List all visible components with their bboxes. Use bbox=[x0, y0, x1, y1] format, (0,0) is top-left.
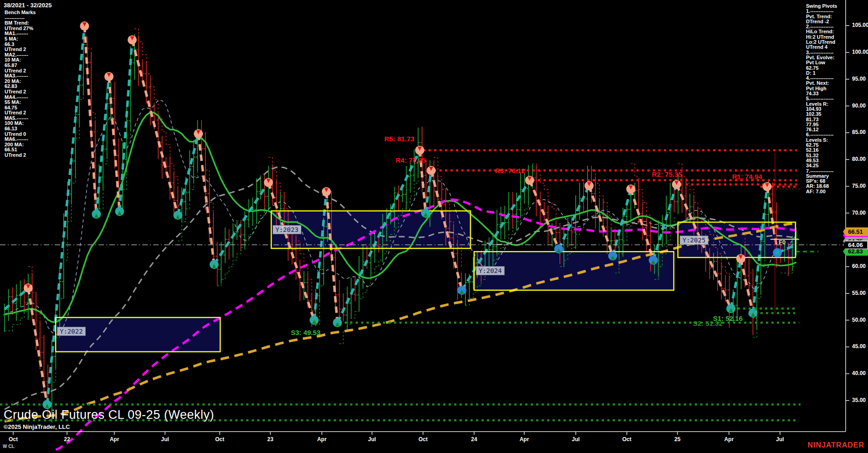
resistance-label: R3: 76.12 bbox=[495, 167, 525, 175]
time-axis-label: Apr bbox=[724, 436, 734, 443]
time-axis-label: Apr bbox=[317, 436, 327, 443]
resistance-label: R5: 81.73 bbox=[384, 135, 414, 143]
year-box-label: Y:2024 bbox=[476, 266, 505, 275]
panel-line: 66.13 bbox=[5, 126, 36, 132]
price-axis-label: 90.00 bbox=[852, 103, 866, 109]
trail-stop-down bbox=[134, 29, 178, 190]
moving-average-55 bbox=[5, 167, 796, 410]
panel-line: UTrend 2 bbox=[5, 89, 36, 95]
swing-leg-down bbox=[530, 180, 559, 249]
time-axis-label: Jul bbox=[161, 436, 169, 443]
panel-line: 1.-------------- bbox=[806, 9, 837, 14]
panel-line: 5 MA: bbox=[5, 36, 36, 42]
chart-title: Crude Oil Futures CL 09-25 (Weekly) bbox=[4, 408, 214, 422]
time-axis-label: 24 bbox=[471, 436, 477, 443]
price-axis-label: 35.00 bbox=[852, 397, 866, 403]
panel-line: AF: 7.00 bbox=[806, 189, 837, 194]
price-axis-label: 95.00 bbox=[852, 76, 866, 82]
swing-leg-up bbox=[178, 134, 198, 216]
time-axis-label: Apr bbox=[110, 436, 119, 443]
panel-line: 52.16 bbox=[806, 148, 837, 153]
price-axis-label: 105.00 bbox=[852, 22, 868, 28]
price-axis-label: 40.00 bbox=[852, 370, 866, 376]
price-chart-canvas[interactable] bbox=[0, 0, 868, 453]
price-marker-flag: 66.51 bbox=[843, 227, 868, 236]
time-axis-label: 23 bbox=[267, 436, 273, 443]
year-box-label: Y:2022 bbox=[57, 327, 86, 336]
price-axis-label: 100.00 bbox=[852, 49, 868, 55]
ninjatrader-logo: NINJATRADER bbox=[808, 441, 864, 449]
resistance-label: R2: 75.35 bbox=[652, 170, 682, 178]
time-axis-label: Oct bbox=[418, 436, 428, 443]
swing-leg-down bbox=[269, 183, 314, 320]
resistance-label: R4: 77.95 bbox=[396, 156, 426, 164]
panel-line: UTrend 4 bbox=[806, 45, 837, 50]
time-axis-label: 25 bbox=[674, 436, 680, 443]
instrument-tag: W CL bbox=[3, 444, 15, 449]
time-axis-label: Oct bbox=[622, 436, 631, 443]
time-axis-label: Jul bbox=[776, 436, 784, 443]
price-axis-label: 60.00 bbox=[852, 263, 866, 269]
time-axis-label: Oct bbox=[215, 436, 224, 443]
panel-line: 65.87 bbox=[5, 63, 36, 68]
time-axis-label: Apr bbox=[520, 436, 529, 443]
price-axis-label: 85.00 bbox=[852, 129, 866, 135]
swing-leg-down bbox=[741, 258, 753, 313]
panel-line: UTrend 2 bbox=[5, 153, 36, 158]
price-axis-label: 55.00 bbox=[852, 290, 866, 296]
price-axis-label: 75.00 bbox=[852, 183, 866, 189]
time-axis-label: 22 bbox=[64, 436, 70, 443]
bench-marks-panel: Bench Marks------------BM Trend:UTrend 2… bbox=[5, 10, 36, 158]
time-axis-label: Oct bbox=[9, 436, 18, 443]
trail-stop-up bbox=[48, 61, 83, 421]
price-axis-label: 50.00 bbox=[852, 317, 866, 323]
swing-leg-down bbox=[589, 186, 613, 256]
panel-line: AR: 18.68 bbox=[806, 184, 837, 189]
time-axis-label: Jul bbox=[368, 436, 376, 443]
panel-line: MA3.------- bbox=[5, 73, 36, 79]
price-marker-flag: 64.06 bbox=[843, 241, 868, 249]
swing-low-marker-core bbox=[775, 250, 780, 255]
trail-stop-up bbox=[99, 119, 107, 209]
swing-leg-up bbox=[731, 258, 741, 309]
swing-pivots-panel: Swing Pivots1.--------------Pvt. Trend:D… bbox=[806, 4, 837, 194]
swing-leg-down bbox=[631, 189, 653, 260]
support-label: S2: 51.32 bbox=[693, 319, 723, 327]
copyright-text: ©2025 NinjaTrader, LLC bbox=[4, 423, 70, 430]
price-axis-label: 70.00 bbox=[852, 210, 866, 216]
price-axis-label: 80.00 bbox=[852, 156, 866, 162]
panel-line: 34.25 bbox=[806, 163, 837, 168]
swing-leg-up bbox=[653, 185, 677, 260]
resistance-label: R1: 74.94 bbox=[732, 173, 762, 180]
panel-line: UTrend 2 bbox=[5, 47, 36, 52]
price-axis-label: 45.00 bbox=[852, 343, 866, 350]
ninjatrader-chart-window: 38/2021 - 32/2025 Bench Marks-----------… bbox=[0, 0, 868, 453]
panel-line: 5.-------------- bbox=[806, 96, 837, 101]
panel-line: 55 MA: bbox=[5, 100, 36, 105]
fib-f0-label: F0 bbox=[779, 239, 785, 246]
support-label: S3: 49.53 bbox=[291, 329, 320, 336]
panel-line: 102.35 bbox=[806, 112, 837, 117]
panel-line: Pvt Low bbox=[806, 60, 837, 65]
date-range-label: 38/2021 - 32/2025 bbox=[4, 2, 52, 9]
panel-line: Bench Marks bbox=[5, 10, 36, 15]
swing-leg-down bbox=[109, 77, 119, 211]
time-axis-label: Jul bbox=[572, 436, 579, 443]
swing-leg-down bbox=[84, 26, 96, 214]
year-box-label: Y:2023 bbox=[273, 225, 301, 234]
year-box-label: Y:2025 bbox=[680, 236, 708, 245]
